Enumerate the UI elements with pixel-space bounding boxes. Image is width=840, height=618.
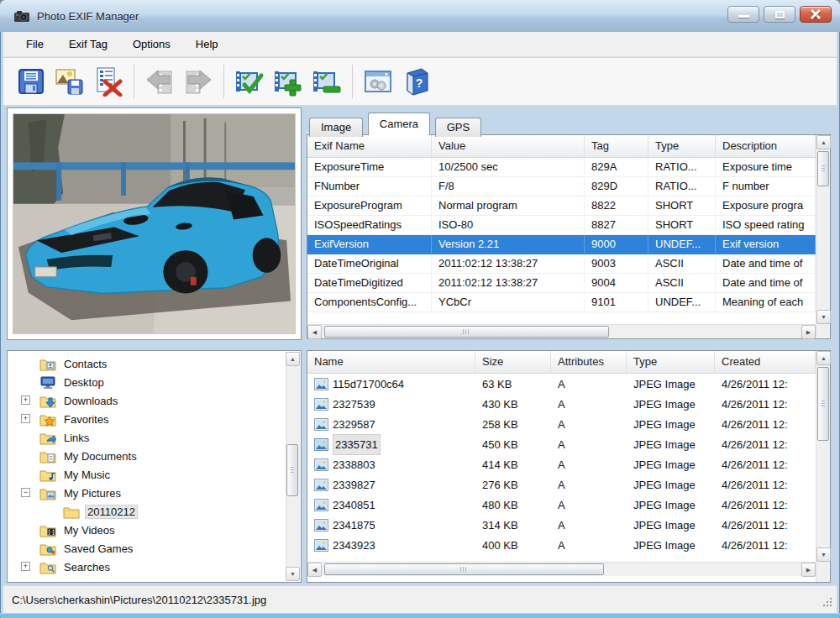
scroll-right-button[interactable]: ▶ xyxy=(801,325,816,339)
remove-exif-data-button[interactable] xyxy=(89,62,128,101)
table-row[interactable]: ExposureProgramNormal program8822SHORTEx… xyxy=(307,196,816,216)
file-attributes: A xyxy=(551,415,627,434)
exif-tabs: Image Camera GPS xyxy=(307,113,831,135)
scroll-thumb[interactable] xyxy=(817,367,829,441)
scroll-thumb[interactable] xyxy=(817,151,829,186)
tab-image[interactable]: Image xyxy=(309,118,363,137)
column-header-attributes[interactable]: Attributes xyxy=(551,351,627,373)
scroll-right-button[interactable]: ▶ xyxy=(801,563,816,577)
scroll-down-button[interactable]: ▼ xyxy=(816,547,831,562)
tree-item-contacts[interactable]: Contacts xyxy=(8,354,301,373)
file-row[interactable]: 2329587 258 KBAJPEG Image4/26/2011 12: xyxy=(307,414,816,434)
tree-item-my-videos[interactable]: My Videos xyxy=(8,521,301,539)
tree-item-downloads[interactable]: Downloads xyxy=(8,391,301,410)
files-horizontal-scrollbar[interactable]: ◀ ▶ xyxy=(307,562,816,576)
files-vertical-scrollbar[interactable]: ▲ ▼ xyxy=(816,351,830,582)
tree-item-links[interactable]: Links xyxy=(8,428,301,447)
column-header-value[interactable]: Value xyxy=(432,135,585,157)
file-type: JPEG Image xyxy=(627,435,715,454)
minimize-button[interactable] xyxy=(727,6,759,23)
expand-icon[interactable] xyxy=(21,414,30,423)
file-row-selected[interactable]: 2335731 450 KBAJPEG Image4/26/2011 12: xyxy=(307,434,816,454)
maximize-button[interactable] xyxy=(764,6,795,23)
add-exif-tag-button[interactable] xyxy=(269,62,307,101)
column-header-description[interactable]: Description xyxy=(716,135,816,157)
scroll-up-button[interactable]: ▲ xyxy=(816,135,831,149)
remove-exif-tag-button[interactable] xyxy=(307,62,346,101)
column-header-created[interactable]: Created xyxy=(715,351,816,373)
menu-options[interactable]: Options xyxy=(120,34,183,55)
expand-icon[interactable] xyxy=(21,395,30,405)
tree-item-my-pictures[interactable]: My Pictures xyxy=(8,484,301,502)
tree-item-my-music[interactable]: My Music xyxy=(8,465,301,484)
tree-item-my-documents[interactable]: My Documents xyxy=(8,447,301,465)
file-row[interactable]: 2338803 414 KBAJPEG Image4/26/2011 12: xyxy=(307,454,816,474)
tree-item-saved-games[interactable]: Saved Games xyxy=(8,539,301,558)
file-row[interactable]: 2339827 276 KBAJPEG Image4/26/2011 12: xyxy=(307,474,816,495)
close-button[interactable] xyxy=(800,6,832,23)
file-row[interactable]: 2343923 400 KBAJPEG Image4/26/2011 12: xyxy=(307,535,816,555)
expand-icon[interactable] xyxy=(21,562,30,571)
column-header-size[interactable]: Size xyxy=(475,351,551,373)
exif-vertical-scrollbar[interactable]: ▲ ▼ xyxy=(816,135,830,338)
column-header-type[interactable]: Type xyxy=(648,135,716,157)
scroll-left-button[interactable]: ◀ xyxy=(307,563,322,577)
menu-file[interactable]: File xyxy=(13,34,56,55)
tree-item-favorites[interactable]: Favorites xyxy=(8,410,301,428)
save-button[interactable] xyxy=(12,62,50,101)
scroll-left-button[interactable]: ◀ xyxy=(307,325,322,339)
file-attributes: A xyxy=(551,495,627,515)
scroll-down-button[interactable]: ▼ xyxy=(286,567,300,581)
help-button[interactable]: ? xyxy=(397,62,436,101)
scroll-thumb[interactable] xyxy=(324,326,609,338)
file-name: 2343923 xyxy=(333,536,375,555)
file-row[interactable]: 2327539 430 KBAJPEG Image4/26/2011 12: xyxy=(307,394,816,414)
menu-help[interactable]: Help xyxy=(183,34,231,55)
table-row-selected[interactable]: ExifVersionVersion 2.219000UNDEF...Exif … xyxy=(307,235,816,254)
program-options-button[interactable] xyxy=(359,62,397,101)
column-header-name[interactable]: Name xyxy=(307,351,475,373)
scroll-up-button[interactable]: ▲ xyxy=(816,351,831,365)
file-row[interactable]: 115d71700c64 63 KBAJPEG Image4/26/2011 1… xyxy=(307,374,816,394)
scroll-up-button[interactable]: ▲ xyxy=(286,352,300,366)
table-row[interactable]: ComponentsConfig...YCbCr9101UNDEF...Mean… xyxy=(307,293,816,312)
folder-documents-icon xyxy=(39,449,56,464)
statusbar: C:\Users\cherkashin\Pictures\20110212\23… xyxy=(3,585,837,613)
table-row[interactable]: FNumberF/8829DRATIO...F number xyxy=(307,177,816,196)
exif-horizontal-scrollbar[interactable]: ◀ ▶ xyxy=(307,324,816,338)
table-row[interactable]: ISOSpeedRatingsISO-808827SHORTISO speed … xyxy=(307,216,816,235)
collapse-icon[interactable] xyxy=(21,488,30,497)
previous-image-button[interactable] xyxy=(140,62,179,101)
column-header-tag[interactable]: Tag xyxy=(585,135,648,157)
scroll-thumb[interactable] xyxy=(286,444,298,496)
resize-grip[interactable] xyxy=(830,605,832,606)
cell-exif-name: ExposureProgram xyxy=(307,196,432,215)
cell-tag: 9101 xyxy=(585,293,648,312)
column-header-type[interactable]: Type xyxy=(627,351,715,373)
tab-gps[interactable]: GPS xyxy=(435,118,481,137)
file-type: JPEG Image xyxy=(627,455,715,474)
floppy-disk-icon xyxy=(16,66,46,97)
save-image-as-button[interactable] xyxy=(50,62,89,101)
menu-exif-tag[interactable]: Exif Tag xyxy=(56,34,120,55)
toolbar-separator xyxy=(134,65,134,98)
cell-type: RATIO... xyxy=(648,177,716,196)
file-row[interactable]: 2341875 314 KBAJPEG Image4/26/2011 12: xyxy=(307,515,816,535)
tree-item-20110212[interactable]: 20110212 xyxy=(8,502,301,521)
cell-description: Date and time of xyxy=(716,254,816,273)
next-image-button[interactable] xyxy=(179,62,218,101)
tree-vertical-scrollbar[interactable]: ▲ ▼ xyxy=(286,352,300,581)
camera-app-icon xyxy=(13,9,30,23)
table-row[interactable]: DateTimeOriginal2011:02:12 13:38:279003A… xyxy=(307,254,816,274)
file-created: 4/26/2011 12: xyxy=(715,475,816,495)
scroll-thumb[interactable] xyxy=(324,563,604,575)
file-row[interactable]: 2340851 480 KBAJPEG Image4/26/2011 12: xyxy=(307,495,816,515)
column-header-exif-name[interactable]: Exif Name xyxy=(307,135,432,157)
tree-item-searches[interactable]: Searches xyxy=(8,558,301,576)
scroll-down-button[interactable]: ▼ xyxy=(816,310,831,324)
edit-exif-tags-button[interactable] xyxy=(230,62,269,101)
table-row[interactable]: DateTimeDigitized2011:02:12 13:38:279004… xyxy=(307,274,816,293)
table-row[interactable]: ExposureTime10/2500 sec829ARATIO...Expos… xyxy=(307,158,816,177)
tab-camera[interactable]: Camera xyxy=(368,113,430,135)
tree-item-desktop[interactable]: Desktop xyxy=(8,373,301,391)
